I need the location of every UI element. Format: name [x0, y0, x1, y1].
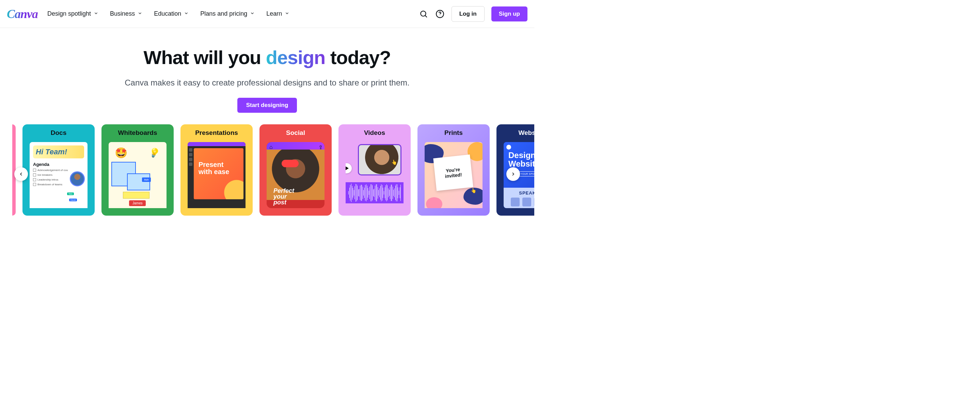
- chevron-down-icon: [285, 10, 290, 17]
- card-title: Websites: [518, 129, 534, 137]
- main-header: Canva Design spotlight Business Educatio…: [0, 0, 534, 28]
- cursor-icon: 👆: [471, 188, 476, 193]
- whiteboard-shape: [127, 173, 150, 191]
- card-preview: 🤩 💡 Ash James: [109, 142, 167, 208]
- home-icon: ⌂: [269, 144, 273, 148]
- nav-label: Education: [154, 10, 181, 17]
- nav-label: Design spotlight: [47, 10, 91, 17]
- share-icon: ⇪: [318, 144, 322, 148]
- web-line: Websit: [508, 159, 534, 168]
- card-preview: Hi Team! Agenda Acknowledgement of cou I…: [30, 142, 88, 208]
- category-card-prints[interactable]: Prints You're invited! 👆: [417, 124, 490, 216]
- invitation-card: You're invited!: [433, 155, 473, 191]
- hero-heading-pre: What will you: [144, 47, 266, 68]
- carousel-prev-button[interactable]: [14, 167, 28, 181]
- phone-toolbar: ⌂ ⇪: [267, 142, 325, 150]
- speakers-section: SPEAKERS: [504, 188, 534, 208]
- avatar-icon: [70, 171, 85, 186]
- nav-label: Plans and pricing: [200, 10, 247, 17]
- login-button[interactable]: Log in: [452, 6, 485, 22]
- speakers-label: SPEAKERS: [504, 188, 534, 196]
- hero-heading: What will you design today?: [7, 46, 527, 68]
- hero-subtitle: Canva makes it easy to create profession…: [7, 78, 527, 87]
- search-icon[interactable]: [419, 9, 428, 19]
- card-title: Docs: [51, 129, 67, 137]
- nav-learn[interactable]: Learn: [266, 10, 290, 17]
- header-actions: Log in Sign up: [419, 6, 527, 22]
- svg-line-1: [425, 15, 427, 17]
- nav-education[interactable]: Education: [154, 10, 189, 17]
- card-title: Social: [286, 129, 305, 137]
- nav-design-spotlight[interactable]: Design spotlight: [47, 10, 99, 17]
- card-title: Whiteboards: [118, 129, 157, 137]
- category-card-whiteboards[interactable]: Whiteboards 🤩 💡 Ash James: [102, 124, 173, 216]
- audio-waveform: [345, 182, 404, 204]
- category-carousel: Docs Hi Team! Agenda Acknowledgement of …: [0, 124, 534, 220]
- card-title: Prints: [444, 129, 463, 137]
- help-icon[interactable]: [435, 9, 445, 19]
- carousel-track: Docs Hi Team! Agenda Acknowledgement of …: [0, 124, 534, 216]
- card-title: Videos: [364, 129, 385, 137]
- user-tag: Tara: [67, 192, 74, 195]
- primary-nav: Design spotlight Business Education Plan…: [47, 10, 290, 17]
- chevron-down-icon: [138, 10, 142, 17]
- sticky-note-icon: [123, 192, 150, 199]
- signup-button[interactable]: Sign up: [492, 6, 527, 21]
- canva-logo[interactable]: Canva: [7, 7, 38, 21]
- hero: What will you design today? Canva makes …: [0, 28, 534, 113]
- lightbulb-icon: 💡: [148, 146, 161, 159]
- cursor-label: James: [129, 200, 146, 206]
- chevron-down-icon: [94, 10, 99, 17]
- docs-agenda-label: Agenda: [33, 162, 84, 167]
- slide-line: with ease: [199, 168, 229, 175]
- chevron-down-icon: [250, 10, 255, 17]
- category-card-videos[interactable]: Videos 👆: [339, 124, 410, 216]
- carousel-next-button[interactable]: [506, 167, 520, 181]
- brand-dot-icon: [506, 145, 511, 150]
- invitation-text: You're invited!: [444, 166, 462, 179]
- overlay-line: post: [274, 200, 294, 205]
- hero-heading-post: today?: [325, 47, 391, 68]
- slide-thumbnails: [189, 148, 192, 166]
- nav-label: Business: [110, 10, 135, 17]
- cursor-icon: 👆: [391, 159, 397, 165]
- hero-heading-gradient: design: [266, 47, 325, 68]
- start-designing-button[interactable]: Start designing: [237, 98, 297, 113]
- web-line: Design: [508, 151, 534, 159]
- social-overlay-text: Perfect your post: [274, 188, 294, 205]
- star-eyes-emoji-icon: 🤩: [115, 147, 127, 159]
- user-tag: David: [69, 199, 77, 201]
- card-preview: Present with ease: [188, 142, 245, 208]
- card-preview: ⌂ ⇪ Perfect your post: [267, 142, 325, 208]
- category-card-social[interactable]: Social ⌂ ⇪ Perfect your post: [259, 124, 332, 216]
- docs-hi-banner: Hi Team!: [33, 145, 84, 158]
- nav-business[interactable]: Business: [110, 10, 142, 17]
- speaker-avatars: [504, 197, 534, 207]
- slide-line: Present: [199, 161, 229, 168]
- nav-label: Learn: [266, 10, 282, 17]
- svg-point-0: [420, 11, 426, 16]
- category-card-docs[interactable]: Docs Hi Team! Agenda Acknowledgement of …: [22, 124, 95, 216]
- card-preview: 👆: [345, 142, 404, 208]
- slide-headline: Present with ease: [199, 161, 229, 175]
- cursor-label: Ash: [142, 178, 151, 182]
- card-title: Presentations: [195, 129, 238, 137]
- chevron-down-icon: [184, 10, 189, 17]
- blob-shape: [426, 197, 442, 208]
- video-frame: 👆: [358, 144, 401, 175]
- nav-plans-pricing[interactable]: Plans and pricing: [200, 10, 255, 17]
- play-icon: [345, 163, 352, 173]
- category-card-presentations[interactable]: Presentations Present with ease: [180, 124, 253, 216]
- slide-canvas: Present with ease: [194, 148, 243, 199]
- editor-topbar: [188, 142, 245, 146]
- card-preview: You're invited! 👆: [425, 142, 482, 208]
